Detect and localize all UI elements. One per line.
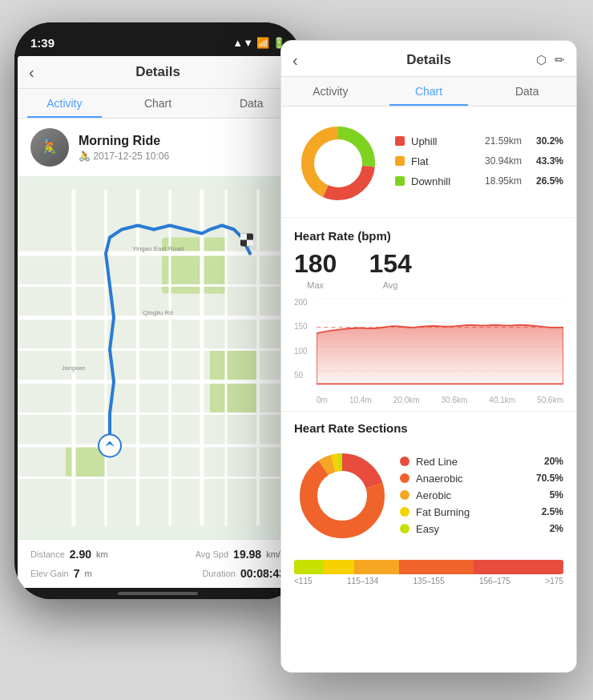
terrain-legend: Uphill 21.59km 30.2% Flat 30.94km 43.3% … bbox=[395, 135, 563, 195]
flat-dot bbox=[395, 156, 405, 166]
right-icons: ⬡ ✏ bbox=[536, 53, 565, 67]
uphill-label: Uphill bbox=[411, 135, 478, 147]
bar-easy bbox=[294, 560, 324, 574]
stat-elevgain: Elev Gain 7 m bbox=[30, 567, 155, 580]
hr-x-0: 0m bbox=[317, 396, 328, 404]
stat-elevgain-label: Elev Gain bbox=[30, 569, 69, 578]
downhill-pct: 26.5% bbox=[535, 175, 563, 187]
tab-chart-right[interactable]: Chart bbox=[380, 77, 478, 106]
share-icon[interactable]: ⬡ bbox=[536, 53, 547, 67]
downhill-dist: 18.95km bbox=[485, 175, 522, 187]
bar-label-2: 135–155 bbox=[413, 577, 445, 585]
time-left: 1:39 bbox=[30, 36, 54, 50]
nav-title-right: Details bbox=[406, 52, 451, 68]
stat-avgspd: Avg Spd 19.98 km/h bbox=[161, 548, 285, 561]
tabs-right: Activity Chart Data bbox=[281, 77, 576, 107]
bar-label-3: 156–175 bbox=[479, 577, 510, 585]
tabs-left: Activity Chart Data bbox=[18, 89, 298, 119]
screen-left: ‹ Details Activity Chart Data 🚴 Morning … bbox=[18, 56, 298, 588]
scene: 1:39 ▲▼ 📶 🔋 ‹ Details Activity Chart Dat… bbox=[0, 0, 593, 700]
edit-icon[interactable]: ✏ bbox=[555, 53, 565, 67]
color-bar-labels: <115 115–134 135–155 156–175 >175 bbox=[294, 577, 563, 585]
tab-chart-left[interactable]: Chart bbox=[111, 89, 205, 118]
chart-content: Uphill 21.59km 30.2% Flat 30.94km 43.3% … bbox=[281, 107, 576, 672]
back-button-right[interactable]: ‹ bbox=[292, 51, 298, 70]
hr-y-axis: 200 150 100 50 bbox=[294, 298, 308, 394]
legend-uphill: Uphill 21.59km 30.2% bbox=[395, 135, 563, 147]
ride-info: Morning Ride 🚴 2017-12-25 10:06 bbox=[79, 134, 169, 162]
nav-title-left: Details bbox=[135, 64, 180, 80]
ride-meta: 🚴 2017-12-25 10:06 bbox=[79, 151, 169, 162]
legend-fatburning: Fat Burning 2.5% bbox=[400, 506, 563, 518]
easy-pct: 2% bbox=[535, 523, 563, 534]
sections-legend: Red Line 20% Anaerobic 70.5% Aerobic bbox=[400, 456, 563, 540]
hr-x-axis: 0m 10.4m 20.0km 30.6km 40.1km 50.6km bbox=[317, 396, 563, 404]
stat-distance-label: Distance bbox=[30, 549, 65, 559]
stats-bar: Distance 2.90 km Avg Spd 19.98 km/h Elev… bbox=[18, 539, 298, 588]
stat-duration-label: Duration bbox=[202, 569, 236, 578]
hr-x-4: 40.1km bbox=[489, 396, 515, 404]
legend-anaerobic: Anaerobic 70.5% bbox=[400, 473, 563, 485]
stat-avgspd-value: 19.98 bbox=[233, 548, 261, 561]
hr-y-200: 200 bbox=[294, 298, 308, 307]
hr-divider: Heart Rate (bpm) 180 Max 154 Avg bbox=[281, 217, 576, 404]
map-container[interactable]: Yingao East Road Qingliu Rd Jiangwan bbox=[18, 176, 298, 539]
hr-section-title: Heart Rate (bpm) bbox=[281, 226, 576, 249]
stat-avgspd-label: Avg Spd bbox=[196, 549, 228, 559]
bar-label-4: >175 bbox=[545, 577, 563, 585]
tab-activity-left[interactable]: Activity bbox=[18, 89, 111, 118]
fatburning-pct: 2.5% bbox=[535, 506, 563, 517]
svg-text:Qingliu Rd: Qingliu Rd bbox=[143, 309, 172, 316]
svg-rect-24 bbox=[247, 240, 253, 247]
anaerobic-label: Anaerobic bbox=[416, 473, 528, 485]
legend-aerobic: Aerobic 5% bbox=[400, 489, 563, 501]
bar-label-0: <115 bbox=[294, 577, 313, 585]
nav-header-left: ‹ Details bbox=[18, 56, 298, 89]
back-button-left[interactable]: ‹ bbox=[29, 63, 34, 82]
hr-max-label: Max bbox=[294, 280, 337, 290]
status-icons-left: ▲▼ 📶 🔋 bbox=[232, 37, 285, 49]
hr-x-3: 30.6km bbox=[442, 396, 468, 404]
hr-stats: 180 Max 154 Avg bbox=[294, 249, 563, 290]
hr-y-100: 100 bbox=[294, 347, 308, 356]
hr-sections-title: Heart Rate Sections bbox=[281, 418, 576, 441]
home-indicator-left bbox=[18, 588, 298, 599]
stat-distance-unit: km bbox=[96, 549, 108, 559]
redline-pct: 20% bbox=[535, 456, 563, 467]
tab-data-right[interactable]: Data bbox=[478, 77, 576, 106]
hr-avg: 154 Avg bbox=[369, 249, 411, 290]
hr-x-2: 20.0km bbox=[393, 396, 420, 404]
home-bar-left bbox=[118, 592, 198, 595]
legend-easy: Easy 2% bbox=[400, 523, 563, 535]
hr-y-150: 150 bbox=[294, 322, 308, 331]
hr-x-5: 50.6km bbox=[537, 396, 563, 404]
sections-inner: Red Line 20% Anaerobic 70.5% Aerobic bbox=[294, 448, 563, 547]
hr-avg-value: 154 bbox=[369, 249, 411, 279]
terrain-donut bbox=[294, 119, 382, 211]
svg-text:Yingao East Road: Yingao East Road bbox=[132, 245, 184, 252]
hr-sections-divider: Heart Rate Sections bbox=[281, 411, 576, 585]
svg-text:Jiangwan: Jiangwan bbox=[62, 365, 86, 372]
tab-activity-right[interactable]: Activity bbox=[281, 77, 380, 106]
hr-max-value: 180 bbox=[294, 249, 337, 279]
nav-header-right: ‹ Details ⬡ ✏ bbox=[281, 41, 576, 77]
ride-date: 2017-12-25 10:06 bbox=[93, 151, 169, 162]
hr-avg-label: Avg bbox=[369, 280, 411, 290]
downhill-label: Downhill bbox=[411, 175, 478, 187]
redline-label: Red Line bbox=[416, 456, 528, 468]
uphill-dot bbox=[395, 136, 405, 146]
redline-dot bbox=[400, 457, 409, 466]
uphill-pct: 30.2% bbox=[535, 135, 563, 147]
hr-max: 180 Max bbox=[294, 249, 337, 290]
aerobic-pct: 5% bbox=[535, 489, 563, 501]
color-bar bbox=[294, 560, 563, 574]
stat-distance-value: 2.90 bbox=[70, 548, 91, 561]
sections-section: Red Line 20% Anaerobic 70.5% Aerobic bbox=[281, 441, 576, 553]
hr-chart-wrap: 200 150 100 50 bbox=[294, 298, 563, 394]
stat-duration-value: 00:08:43 bbox=[240, 567, 285, 580]
avatar-image: 🚴 bbox=[30, 128, 69, 167]
bar-anaerobic bbox=[399, 560, 474, 574]
stat-duration: Duration 00:08:43 bbox=[161, 567, 285, 580]
bar-label-1: 115–134 bbox=[347, 577, 378, 585]
legend-redline: Red Line 20% bbox=[400, 456, 563, 468]
